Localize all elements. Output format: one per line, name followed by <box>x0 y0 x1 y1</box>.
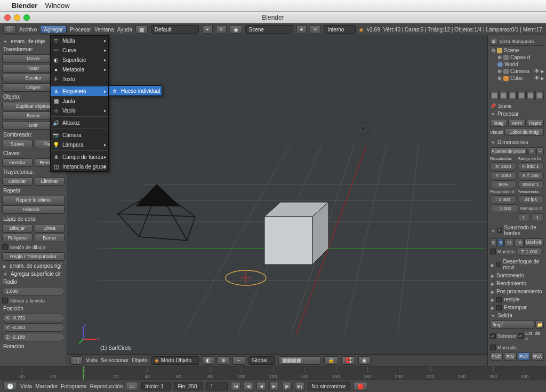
render-preview-icon[interactable]: ◉ <box>358 356 371 365</box>
overwrite-checkbox[interactable]: ✓Sobrescr <box>490 330 517 342</box>
pos-z-field[interactable]: Z: -2.189 <box>2 333 65 341</box>
frame-end-field[interactable]: F. f: 250 <box>518 171 544 179</box>
aa-samples[interactable]: 581116Mitchell- <box>490 238 544 246</box>
radio-field[interactable]: 1.000 <box>2 287 65 295</box>
ptab-world[interactable] <box>517 91 526 100</box>
add-menu-item-malla[interactable]: ▽Malla▸ <box>51 36 108 45</box>
outliner-camera[interactable]: ⊕Camera👁 ▸ <box>490 68 544 75</box>
pos-y-field[interactable]: Y: -4.353 <box>2 323 65 332</box>
eliminar-button[interactable]: Eliminar <box>35 177 65 186</box>
view3d-menu-seleccionar[interactable]: Seleccionar <box>101 357 129 363</box>
mode-field[interactable]: ◆Modo Objeto <box>151 356 199 365</box>
output-path-field[interactable]: /tmp/ <box>490 321 534 329</box>
color-rgb-button[interactable]: RVA <box>518 353 531 361</box>
submenu-item-hueso[interactable]: ⋔Hueso individual <box>109 86 162 95</box>
jump-start-icon[interactable]: |◀ <box>231 382 240 390</box>
filter-size-field[interactable]: T: 1.000 <box>516 247 543 255</box>
timeline-menu-vista[interactable]: Vista <box>20 383 32 389</box>
lock-icon[interactable]: 🔒 <box>324 356 338 365</box>
add-menu-item-esqueleto[interactable]: ⋔Esqueleto▸ <box>51 86 108 96</box>
render-engine-field[interactable]: Interno <box>324 25 356 34</box>
screen-layout-field[interactable]: Default <box>151 25 199 34</box>
repetir-ultimo-button[interactable]: Repetir lo último <box>2 196 65 204</box>
menu-procesar[interactable]: Procesar <box>70 27 91 33</box>
res-pct-field[interactable]: 50% <box>490 180 517 188</box>
res-x-field[interactable]: X: 1920 <box>490 162 517 170</box>
timeline-menu-reproduccion[interactable]: Reproducción <box>90 383 123 389</box>
regla-button[interactable]: Regla / Transportador <box>2 252 65 261</box>
jump-end-icon[interactable]: ▶| <box>295 382 304 390</box>
sync-mode-field[interactable]: No sincronizar <box>308 382 350 390</box>
layers-grid[interactable]: ▦▦▦▦ <box>278 356 321 365</box>
snap-icon[interactable]: 🧲 <box>341 356 355 365</box>
add-menu-item-superficie[interactable]: ◐Superficie▸ <box>51 55 108 65</box>
alinear-checkbox[interactable]: Alinear a la vista <box>2 297 65 305</box>
autokey-icon[interactable]: 🔴 <box>354 382 367 390</box>
pin-icon[interactable]: 📌 <box>490 103 496 109</box>
insertar-button[interactable]: Insertar <box>2 158 33 167</box>
ptab-constraints[interactable] <box>535 91 544 100</box>
scene-del-icon[interactable]: × <box>310 25 320 34</box>
layout-add-icon[interactable]: + <box>202 25 213 34</box>
play-icon[interactable]: ▶ <box>269 382 279 390</box>
color-bw-button[interactable]: BW <box>504 353 517 361</box>
app-name[interactable]: Blender <box>12 2 37 10</box>
preset-add-icon[interactable]: + <box>528 147 535 155</box>
remap-old-field[interactable]: 1 <box>517 213 530 221</box>
add-menu-item-jaula[interactable]: ▦Jaula <box>51 96 108 106</box>
remap-new-field[interactable]: 1 <box>531 213 544 221</box>
frame-end-tl[interactable]: Fin: 250 <box>174 382 203 390</box>
res-y-field[interactable]: Y: 1080 <box>490 171 517 179</box>
timeline-ruler[interactable]: -40-200204060801001201401601802002202402… <box>0 366 546 380</box>
display-mode-field[interactable]: Editor de imág <box>504 128 544 136</box>
frame-start-field[interactable]: F. inic: 1 <box>518 162 544 170</box>
outliner-editor-icon[interactable]: ≡ <box>490 38 497 45</box>
outliner-world[interactable]: World <box>490 61 544 68</box>
shading-icon[interactable]: ◐ <box>202 356 214 365</box>
add-menu-item-vacío[interactable]: ⊹Vacío▸ <box>51 106 108 115</box>
browse-folder-icon[interactable]: 📁 <box>535 321 544 329</box>
borrar2-button[interactable]: Borrar <box>35 234 65 242</box>
sesion-checkbox[interactable]: Sesión de dibujo <box>2 243 65 251</box>
outliner-renderlayers[interactable]: ⊕Capas d <box>490 54 544 61</box>
ptab-object[interactable] <box>526 91 535 100</box>
filter-type-field[interactable]: Mitchell- <box>524 238 544 246</box>
render-presets-field[interactable]: Ajustes de proce <box>490 147 527 155</box>
fps-field[interactable]: 24 fps <box>518 195 544 203</box>
editor-type-icon[interactable]: ⓘ <box>3 25 16 34</box>
aspect-y-field[interactable]: : 1.000 <box>490 204 519 212</box>
timeline-editor-icon[interactable]: 🕐 <box>3 382 17 390</box>
aspect-x-field[interactable]: : 1.000 <box>490 195 517 203</box>
scene-icon[interactable]: ◉ <box>230 25 242 34</box>
orientation-field[interactable]: Global <box>248 356 275 365</box>
frame-current-tl[interactable]: 1 <box>206 382 228 390</box>
preset-del-icon[interactable]: − <box>536 147 544 155</box>
view3d-editor-icon[interactable]: ⬚ <box>70 356 83 365</box>
add-menu-item-cámara[interactable]: 📷Cámara <box>51 130 108 140</box>
add-menu-item-metabola[interactable]: ●Metabola▸ <box>51 65 108 74</box>
mac-menu-window[interactable]: Window <box>45 2 69 10</box>
placeholder-checkbox[interactable]: Marcado <box>490 343 544 351</box>
timeline-menu-fotograma[interactable]: Fotograma <box>61 383 86 389</box>
poligono-button[interactable]: Polígono <box>2 234 33 242</box>
format-field[interactable]: PNG <box>490 353 503 361</box>
scene-add-icon[interactable]: + <box>296 25 307 34</box>
frame-step-field[interactable]: Interv: 1 <box>518 180 544 188</box>
linea-button[interactable]: Línea <box>35 224 65 233</box>
menu-agregar[interactable]: Agregar <box>40 25 67 34</box>
calcular-button[interactable]: Calcular <box>2 177 33 186</box>
view3d-menu-vista[interactable]: Vista <box>86 357 98 363</box>
timeline-menu-marcador[interactable]: Marcador <box>35 383 58 389</box>
suave-button[interactable]: Suave <box>2 140 33 148</box>
full-sample-checkbox[interactable]: Muestre <box>490 247 515 255</box>
historia-button[interactable]: Historia... <box>2 205 65 214</box>
outliner-menu-busqueda[interactable]: Búsqueda <box>512 39 534 44</box>
view3d-menu-objeto[interactable]: Objeto <box>132 357 147 363</box>
add-menu-item-instancia-de-grupo[interactable]: ◫Instancia de grupo▸ <box>51 162 108 171</box>
properties-tabs[interactable] <box>490 91 544 100</box>
ptab-layers[interactable] <box>499 91 508 100</box>
layout-del-icon[interactable]: × <box>216 25 227 34</box>
keyframe-next-icon[interactable]: |▶ <box>282 382 292 390</box>
outliner-cube[interactable]: ⊕Cube👁 ▸ <box>490 75 544 82</box>
add-menu-item-texto[interactable]: FTexto <box>51 74 108 84</box>
